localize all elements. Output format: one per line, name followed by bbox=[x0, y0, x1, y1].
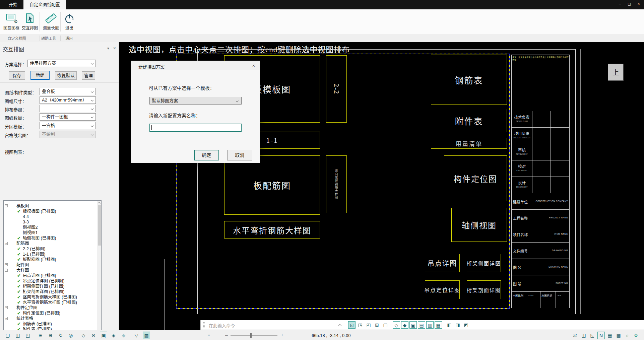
measure-length-button[interactable]: 测量长度 bbox=[42, 11, 60, 33]
shield-icon[interactable]: ▽ bbox=[133, 332, 140, 339]
expand-icon[interactable]: + bbox=[5, 263, 8, 266]
scheme-name-input[interactable] bbox=[149, 124, 242, 132]
collapse-icon[interactable]: − bbox=[5, 269, 8, 272]
command-input[interactable]: 在此输入命令 bbox=[209, 322, 235, 329]
view-iso-cube-icon[interactable]: ◩ bbox=[462, 321, 470, 329]
selection-filter-icon[interactable]: ⊡ bbox=[348, 321, 356, 329]
sheet-size-dropdown[interactable]: A2（420mm*594mm） bbox=[40, 96, 96, 104]
tree-item[interactable]: −大样图 bbox=[4, 268, 96, 273]
collapse-icon[interactable]: − bbox=[5, 317, 8, 320]
view-frame[interactable]: 轴侧视图 bbox=[451, 208, 507, 242]
tree-item[interactable]: 3-3 bbox=[4, 219, 96, 225]
view-frame[interactable]: 附件表 bbox=[431, 109, 507, 132]
tree-item[interactable]: ✔构件定位图 (已排图) bbox=[4, 311, 96, 316]
tree-item[interactable]: 侧视图2 bbox=[4, 225, 96, 230]
exit-button[interactable]: 退出 bbox=[60, 11, 79, 33]
new-button[interactable]: 新建 bbox=[30, 71, 50, 80]
minimize-button[interactable]: – bbox=[615, 1, 625, 7]
tree-item[interactable]: ✔轴侧视图 (已排图) bbox=[4, 235, 96, 241]
view-frame[interactable]: 构件定位图 bbox=[444, 155, 507, 201]
panel-collapse-icon[interactable]: ▾ bbox=[107, 46, 109, 51]
north-icon[interactable]: N bbox=[597, 332, 605, 339]
command-bar[interactable]: 在此输入命令 ⊡◳◰⊞▢◇◆▣▤▥▦◧◨◩ bbox=[200, 320, 644, 330]
ok-button[interactable]: 确定 bbox=[194, 150, 219, 160]
vs-xray-icon[interactable]: ▦ bbox=[435, 321, 442, 329]
vs-hidden-icon[interactable]: ◆ bbox=[401, 321, 408, 329]
view-hidden-icon[interactable]: ⊗ bbox=[90, 332, 97, 339]
view-sw-cube-icon[interactable]: ◧ bbox=[446, 321, 453, 329]
zoom-realtime-icon[interactable]: ◎ bbox=[67, 332, 74, 339]
tree-item[interactable]: ✔竖向弯折钢筋大样图 (已排图) bbox=[4, 294, 96, 300]
ortho-icon[interactable]: ◺ bbox=[589, 332, 596, 339]
tab-home[interactable]: 开始 bbox=[3, 0, 23, 9]
cancel-button[interactable]: 取消 bbox=[227, 150, 252, 160]
tree-item[interactable]: ✔桁架剖面详图 (已排图) bbox=[4, 289, 96, 294]
view-conceptual-icon[interactable]: ◈ bbox=[110, 332, 117, 339]
restore-default-button[interactable]: 恢复默认 bbox=[55, 71, 77, 80]
collapse-icon[interactable]: − bbox=[5, 242, 8, 245]
tree-scrollbar[interactable] bbox=[97, 201, 101, 335]
close-button[interactable]: × bbox=[634, 1, 643, 7]
tree-item[interactable]: 4-4 bbox=[4, 214, 96, 219]
viewport-lock-icon[interactable]: ◫ bbox=[580, 332, 587, 339]
view-frame[interactable]: 竖向弯折钢筋大样图 bbox=[326, 155, 347, 213]
view-shaded-icon[interactable]: ▣ bbox=[100, 332, 107, 339]
hatch-icon[interactable]: ▩ bbox=[615, 332, 622, 339]
template-dropdown[interactable]: 默认排图方案 bbox=[149, 97, 242, 105]
view-frame[interactable]: 钢筋表 bbox=[431, 55, 507, 105]
collapse-icon[interactable]: − bbox=[5, 306, 8, 309]
view-frame[interactable]: 桁架侧面详图 bbox=[467, 254, 501, 272]
tree-item[interactable]: −统计表格 bbox=[4, 316, 96, 321]
tree-item[interactable]: 侧视图1 bbox=[4, 230, 96, 235]
tree-item[interactable]: +配件图 bbox=[4, 262, 96, 268]
new-viewport-icon[interactable]: ◰ bbox=[24, 332, 31, 339]
save-button[interactable]: 保存 bbox=[9, 71, 25, 80]
sync-icon[interactable]: ⇄ bbox=[571, 332, 579, 339]
tree-item[interactable]: ✔桁架侧面详图 (已排图) bbox=[4, 284, 96, 289]
zoom-out-icon[interactable]: – bbox=[225, 332, 228, 338]
ucs-icon[interactable]: ◳ bbox=[357, 321, 364, 329]
collapse-toolbar-icon[interactable]: « bbox=[208, 333, 210, 338]
zoom-window-icon[interactable]: ⊞ bbox=[373, 321, 381, 329]
viewport-control-icon[interactable]: ◰ bbox=[365, 321, 372, 329]
vs-sketchy-icon[interactable]: ▥ bbox=[426, 321, 434, 329]
pan-icon[interactable]: ⊕ bbox=[47, 332, 54, 339]
interactive-layout-button[interactable]: 交互排图 bbox=[20, 11, 39, 33]
vs-shaded-icon[interactable]: ▣ bbox=[409, 321, 417, 329]
sheet-count-dropdown[interactable]: 一构件一图框 bbox=[40, 113, 96, 121]
drag-handle-icon[interactable] bbox=[203, 322, 205, 329]
tree-item[interactable]: ✔吊点定位详图 (已排图) bbox=[4, 278, 96, 284]
sheet-type-dropdown[interactable]: 叠合板 bbox=[40, 88, 96, 95]
view-frame[interactable]: 桁架剖面详图 bbox=[467, 280, 501, 299]
tab-custom-sheet-config[interactable]: 自定义图纸配置 bbox=[23, 0, 66, 9]
sheet-frame-button[interactable]: ⚙ 图签图框 bbox=[2, 11, 21, 33]
named-view-icon[interactable]: ▢ bbox=[382, 321, 389, 329]
view-frame[interactable]: 2-2 bbox=[326, 55, 347, 123]
scheme-select-dropdown[interactable]: 使用排图方案 bbox=[27, 60, 96, 67]
zone-template-dropdown[interactable]: 一宫格 bbox=[40, 122, 96, 129]
tile-windows-icon[interactable]: ◫ bbox=[14, 332, 21, 339]
maximize-button[interactable]: ◻ bbox=[625, 1, 634, 7]
vs-wireframe-icon[interactable]: ◇ bbox=[393, 321, 400, 329]
dialog-title-bar[interactable]: 新建排图方案 × bbox=[131, 61, 260, 70]
tree-item[interactable]: ✔1-1 (已排图) bbox=[4, 252, 96, 257]
view-frame[interactable]: 吊点详图 bbox=[425, 254, 460, 272]
view-realistic-icon[interactable]: ◆ bbox=[120, 332, 127, 339]
collapse-icon[interactable]: − bbox=[5, 204, 8, 207]
tree-item[interactable]: ✔板配筋图 (已排图) bbox=[4, 257, 96, 262]
tree-item[interactable]: −模板图 bbox=[4, 203, 96, 209]
panel-close-icon[interactable]: × bbox=[113, 46, 116, 51]
draft-mode-icon[interactable]: ▨ bbox=[143, 332, 150, 339]
layout-reference-dropdown[interactable] bbox=[40, 105, 96, 112]
dialog-close-icon[interactable]: × bbox=[252, 63, 255, 68]
scroll-up-icon[interactable] bbox=[98, 202, 101, 205]
view-se-cube-icon[interactable]: ◨ bbox=[454, 321, 461, 329]
tree-item[interactable]: ✔钢筋表 (已排图) bbox=[4, 321, 96, 327]
brightness-icon[interactable]: ☼ bbox=[624, 332, 631, 339]
view-frame[interactable]: 用量清单 bbox=[431, 138, 507, 149]
zoom-extents-icon[interactable]: ⊞ bbox=[37, 332, 44, 339]
tree-item[interactable]: ✔2-2 (已排图) bbox=[4, 246, 96, 252]
tree-item[interactable]: ✔吊点详图 (已排图) bbox=[4, 273, 96, 278]
view-frame[interactable]: 吊点定位详图 bbox=[425, 280, 460, 299]
manage-button[interactable]: 管理 bbox=[82, 71, 95, 80]
